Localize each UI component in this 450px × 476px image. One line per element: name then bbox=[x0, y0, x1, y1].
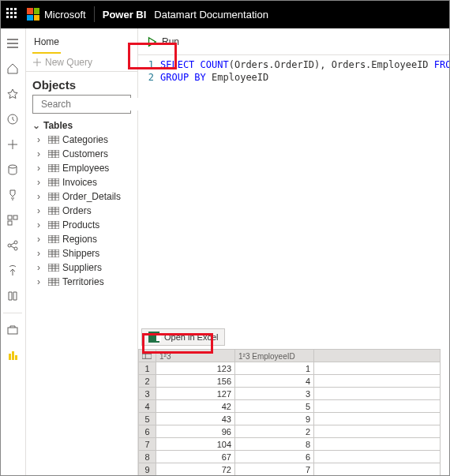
nav-learn-icon[interactable] bbox=[0, 284, 25, 308]
editor-toolbar: Run bbox=[138, 28, 450, 55]
cell: 123 bbox=[156, 362, 235, 375]
sql-editor[interactable]: 12 SELECT COUNT(Orders.OrderID), Orders.… bbox=[138, 55, 450, 84]
table-node[interactable]: ›Customers bbox=[37, 147, 134, 161]
app-launcher-icon[interactable] bbox=[6, 8, 19, 21]
table-name: Categories bbox=[62, 134, 108, 145]
results-pane: Open in Excel 1²31²3 EmployeeID112312156… bbox=[138, 328, 450, 476]
column-header[interactable]: 1²3 EmployeeID bbox=[235, 350, 314, 362]
cell-filler bbox=[314, 425, 441, 438]
table-node[interactable]: ›Order_Details bbox=[37, 189, 134, 204]
table-row[interactable]: 8676 bbox=[139, 451, 441, 463]
row-number: 2 bbox=[139, 375, 156, 388]
cell: 7 bbox=[235, 463, 314, 476]
cell: 5 bbox=[235, 400, 314, 413]
table-node[interactable]: ›Suppliers bbox=[37, 260, 134, 275]
line-gutter: 12 bbox=[138, 58, 160, 84]
svg-rect-9 bbox=[9, 354, 11, 360]
nav-my-workspace-icon[interactable] bbox=[0, 343, 25, 367]
new-query-button[interactable]: New Query bbox=[32, 57, 92, 68]
column-header[interactable]: 1²3 bbox=[156, 350, 235, 362]
svg-rect-18 bbox=[48, 207, 59, 215]
table-name: Invoices bbox=[62, 177, 97, 188]
table-node[interactable]: ›Invoices bbox=[37, 175, 134, 189]
table-node[interactable]: ›Employees bbox=[37, 161, 134, 175]
table-name: Employees bbox=[62, 163, 109, 174]
chevron-right-icon: › bbox=[37, 191, 45, 202]
svg-rect-2 bbox=[8, 216, 12, 219]
table-icon bbox=[48, 164, 59, 172]
cell: 96 bbox=[156, 425, 235, 438]
cell-filler bbox=[314, 413, 441, 425]
table-icon bbox=[48, 235, 59, 243]
table-row[interactable]: 21564 bbox=[139, 375, 441, 388]
svg-rect-22 bbox=[48, 264, 59, 272]
nav-favorites-icon[interactable] bbox=[0, 82, 25, 106]
table-row[interactable]: 5439 bbox=[139, 413, 441, 425]
table-node[interactable]: ›Orders bbox=[37, 204, 134, 218]
table-icon bbox=[48, 249, 59, 257]
search-box[interactable] bbox=[32, 95, 131, 114]
table-name: Order_Details bbox=[62, 191, 121, 202]
cell: 156 bbox=[156, 375, 235, 388]
cell: 72 bbox=[156, 463, 235, 476]
table-icon bbox=[48, 264, 59, 272]
svg-rect-10 bbox=[12, 351, 14, 360]
chevron-right-icon: › bbox=[37, 262, 45, 273]
table-row[interactable]: 71048 bbox=[139, 438, 441, 451]
panel-toolbar: New Query bbox=[26, 54, 137, 72]
table-row[interactable]: 4425 bbox=[139, 400, 441, 413]
chevron-right-icon: › bbox=[37, 234, 45, 245]
table-node[interactable]: ›Regions bbox=[37, 232, 134, 246]
doc-title: Datamart Documentation bbox=[154, 9, 268, 21]
row-number: 4 bbox=[139, 400, 156, 413]
hamburger-icon[interactable] bbox=[0, 32, 25, 55]
table-node[interactable]: ›Products bbox=[37, 218, 134, 232]
nav-datasets-icon[interactable] bbox=[0, 158, 25, 182]
table-node[interactable]: ›Shippers bbox=[37, 246, 134, 260]
nav-workspaces-icon[interactable] bbox=[0, 318, 25, 342]
table-name: Territories bbox=[62, 276, 104, 287]
cell: 127 bbox=[156, 388, 235, 400]
svg-rect-19 bbox=[48, 221, 59, 229]
open-in-excel-button[interactable]: Open in Excel bbox=[141, 328, 225, 346]
svg-rect-15 bbox=[48, 164, 59, 172]
table-node[interactable]: ›Categories bbox=[37, 133, 134, 147]
tables-header[interactable]: ⌄ Tables bbox=[26, 118, 137, 133]
table-row[interactable]: 31273 bbox=[139, 388, 441, 400]
table-node[interactable]: ›Territories bbox=[37, 275, 134, 289]
cell: 2 bbox=[235, 425, 314, 438]
table-row[interactable]: 9727 bbox=[139, 463, 441, 476]
results-table: 1²31²3 EmployeeID11231215643127344255439… bbox=[138, 349, 441, 476]
nav-recent-icon[interactable] bbox=[0, 107, 25, 131]
nav-share-icon[interactable] bbox=[0, 234, 25, 257]
table-icon bbox=[48, 207, 59, 215]
chevron-right-icon: › bbox=[37, 177, 45, 188]
nav-create-icon[interactable] bbox=[0, 133, 25, 156]
cell-filler bbox=[314, 375, 441, 388]
run-button[interactable]: Run bbox=[140, 33, 186, 51]
table-row[interactable]: 11231 bbox=[139, 362, 441, 375]
cell: 6 bbox=[235, 451, 314, 463]
table-row[interactable]: 6962 bbox=[139, 425, 441, 438]
cell: 43 bbox=[156, 413, 235, 425]
cell: 3 bbox=[235, 388, 314, 400]
tab-home[interactable]: Home bbox=[32, 33, 61, 54]
nav-goals-icon[interactable] bbox=[0, 183, 25, 207]
editor-area: Run 12 SELECT COUNT(Orders.OrderID), Ord… bbox=[138, 28, 450, 476]
cell-filler bbox=[314, 451, 441, 463]
nav-apps-icon[interactable] bbox=[0, 208, 25, 232]
chevron-right-icon: › bbox=[37, 163, 45, 174]
svg-rect-13 bbox=[48, 136, 59, 144]
cell: 104 bbox=[156, 438, 235, 451]
row-number: 3 bbox=[139, 388, 156, 400]
play-icon bbox=[146, 36, 157, 47]
svg-rect-16 bbox=[48, 178, 59, 186]
objects-panel: Home New Query Objects ⌄ Tables ›Categor… bbox=[26, 28, 138, 476]
nav-deploy-icon[interactable] bbox=[0, 259, 25, 283]
cell: 67 bbox=[156, 451, 235, 463]
nav-home-icon[interactable] bbox=[0, 57, 25, 81]
row-number: 8 bbox=[139, 451, 156, 463]
svg-point-7 bbox=[14, 247, 17, 250]
cell-filler bbox=[314, 400, 441, 413]
table-icon bbox=[48, 193, 59, 201]
